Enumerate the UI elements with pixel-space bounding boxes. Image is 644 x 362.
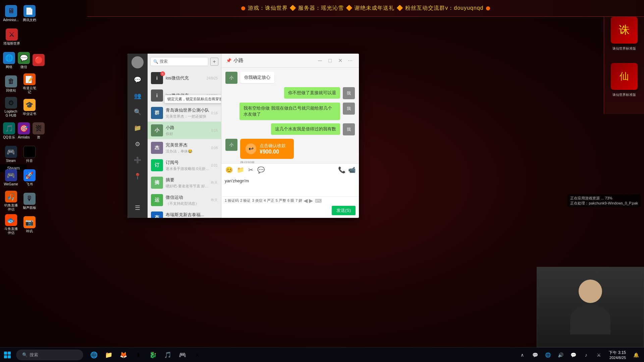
taskbar-tray: ∧ 💬 🌐 🔊 💬 ♪ ⚔ 下午 3:15 2024/8/25 🔔	[517, 350, 644, 360]
msg-content-2: 你不想做了直接就可以退	[284, 87, 340, 99]
contact-preview-sub: 迷水蚤手游攻略组:0元折扣...	[166, 166, 211, 171]
desktop-icon-meisheng[interactable]: 🎙 魅声面板	[20, 189, 39, 213]
wechat-search-input[interactable]: 🔍 搜索	[150, 57, 208, 66]
more-options-button[interactable]: ···	[346, 57, 354, 65]
desktop-icon-administ[interactable]: 🖥 Administ...	[2, 2, 20, 25]
contact-info-exercise: 微信运动 （不支持此型消息）	[166, 194, 211, 206]
tray-icon-up[interactable]: ∧	[517, 350, 528, 360]
taskbar-app-downloader[interactable]: ⬇	[131, 348, 145, 362]
tray-icon-sound[interactable]: 🔊	[555, 350, 566, 360]
wechat-nav-search[interactable]: 🔍	[130, 105, 145, 119]
desktop-icon-qqmusic[interactable]: 🎵 QQ音乐	[2, 119, 16, 142]
tray-time: 下午 3:15 2024/8/25	[606, 350, 629, 360]
ime-next[interactable]: ▶	[309, 197, 313, 204]
window-controls: ─ □ ✕ ···	[316, 57, 354, 65]
contact-item-group[interactable]: 群 青岛诛仙世界公测小队 完美世界杰：一把还挺快 0:16	[148, 104, 221, 122]
chat-header: 📌 小路 ─ □ ✕ ···	[221, 54, 359, 68]
ime-candidate-2[interactable]: 3 炎症	[252, 198, 262, 203]
taskbar-search[interactable]: 🔍 搜索	[16, 350, 83, 360]
desktop-icon-logitech[interactable]: ⚙ Logitech G HUB	[2, 96, 20, 119]
contact-item-jie[interactable]: 杰 完美世界杰 没办法，单休😂 0:08	[148, 139, 221, 157]
tray-icon-wechat[interactable]: 💬	[568, 350, 579, 360]
payment-card[interactable]: ↩ 点击确认收款 ¥900.00 微信转账	[240, 139, 294, 163]
wechat-nav-folder[interactable]: 📁	[130, 121, 145, 135]
ime-candidate-6[interactable]: 7 妍	[296, 198, 302, 203]
start-button[interactable]	[0, 348, 15, 362]
contact-item-exercise[interactable]: 运 微信运动 （不支持此型消息） 昨天	[148, 191, 221, 209]
taskbar-app-dragon[interactable]: 🐉	[146, 348, 160, 362]
tray-icon-chat[interactable]: 💬	[530, 350, 540, 360]
wechat-nav-settings[interactable]: ⚙	[130, 137, 145, 152]
desktop-icon-douyu2[interactable]: 🐟 斗鱼直播伴侣	[2, 213, 20, 236]
taskbar-app-fox[interactable]: 🦊	[117, 348, 130, 362]
tray-icon-network[interactable]: 🌐	[542, 350, 553, 360]
ime-candidate-0[interactable]: 1 验证码	[225, 198, 239, 203]
ime-keyboard-icon[interactable]: ⌨	[315, 198, 322, 203]
ime-candidate-1[interactable]: 2 验证	[240, 198, 251, 203]
desktop-icon-tencent-docs[interactable]: 📄 腾讯文档	[20, 2, 39, 25]
desktop-icon-network[interactable]: 🌐 网络	[2, 49, 16, 72]
contact-item-summary[interactable]: 摘 摘要 嗯好吧-要老老等节直 好好... 昨天	[148, 174, 221, 191]
taskbar-app-tiktok[interactable]: 🎵	[161, 348, 174, 362]
desktop-icon-recycle[interactable]: 🗑 回收站	[2, 72, 20, 96]
desktop-icon-douyin[interactable]: ♪ 抖音	[20, 142, 39, 166]
desktop-icon-kaji[interactable]: 📷 咔叽	[20, 213, 39, 236]
chat-messages: 小 你我确定放心 我 你不想做了直接就可以退 我 我有空给你做 我现在做自己号就…	[221, 68, 359, 163]
ime-candidate-3[interactable]: 4 严正	[264, 198, 274, 203]
send-button[interactable]: 发送(S)	[332, 206, 356, 215]
close-button[interactable]: ✕	[336, 57, 344, 65]
ime-candidate-5[interactable]: 6 眼	[287, 198, 294, 203]
contact-item-ios2[interactable]: i ios微信代充 24/8/23 锁定元素，锁定后鼠标点击将穿透其图层	[148, 87, 221, 104]
wechat-avatar[interactable]	[131, 56, 144, 68]
ime-prev[interactable]: ◀	[304, 197, 308, 204]
wechat-nav-plus[interactable]: ➕	[130, 153, 145, 168]
contact-item-xiaolu[interactable]: 小 小路 你好 0:15	[148, 122, 221, 139]
maximize-button[interactable]: □	[326, 57, 334, 65]
desktop-icon-douyu-fish[interactable]: 🎣 钓鱼直播伴侣	[2, 189, 20, 213]
desktop-icon-aimlabs[interactable]: 🎯 Aimlabs	[16, 119, 31, 142]
tray-icon-game[interactable]: ⚔	[593, 350, 604, 360]
taskbar-app-explorer[interactable]: 📁	[102, 348, 115, 362]
file-button[interactable]: 📁	[236, 166, 245, 174]
taskbar-app-browser[interactable]: 🌐	[87, 348, 101, 362]
game-icon-large-2[interactable]: 仙	[611, 63, 638, 90]
logitech-label: Logitech G HUB	[3, 110, 19, 118]
wechat-nav-bottom1[interactable]: ☰	[130, 200, 145, 215]
msg-avatar-3: 我	[343, 103, 355, 115]
game-icon-large[interactable]: 诛	[611, 17, 638, 44]
ime-candidate-4[interactable]: 5 严整	[276, 198, 286, 203]
desktop-icon-steam[interactable]: 🎮 Steam	[2, 142, 20, 166]
wechat-add-button[interactable]: +	[210, 58, 218, 66]
chat-input-text[interactable]: yan'zhegn'm	[225, 178, 356, 183]
taskbar-app-extra[interactable]: ⚔	[191, 348, 204, 362]
voice-call-icon[interactable]: 📞	[338, 166, 345, 174]
wechat-nav-contacts[interactable]: 👥	[130, 88, 145, 103]
wechat-nav-chat[interactable]: 💬	[130, 72, 145, 87]
tray-icon-douyin[interactable]: ♪	[581, 350, 591, 360]
desktop-icon-wechat[interactable]: 💬 微信	[16, 49, 31, 72]
desktop-icon-red[interactable]: 🔴	[31, 49, 46, 72]
qqmusic-icon: 🎵	[3, 122, 15, 134]
wechat-nav-location[interactable]: 📍	[130, 169, 145, 184]
contact-item-sub[interactable]: 订 订阅号 迷水蚤手游攻略组:0元折扣... 0:01	[148, 157, 221, 174]
desktop-icon-notes[interactable]: 📝 有道云笔记	[20, 72, 39, 96]
desktop-icon-game[interactable]: ⚔ 塔瑞斯世界	[2, 25, 22, 49]
scissors-button[interactable]: ✂	[248, 166, 254, 174]
desktop-icon-wegame[interactable]: 🎮 WeGame	[2, 166, 20, 189]
meisheng-label: 魅声面板	[23, 206, 36, 210]
call-icons: 📞 📹	[338, 166, 356, 174]
desktop-icon-cert[interactable]: 🎓 毕业证书	[20, 96, 39, 119]
chat-input-area[interactable]: yan'zhegn'm	[221, 176, 359, 196]
recycle-icon: 🗑	[5, 75, 17, 87]
contact-item-ios1[interactable]: i ios微信代充 24/8/25 6	[148, 69, 221, 87]
emoji-button[interactable]: 😊	[225, 166, 233, 174]
taskbar-app-live[interactable]: 🎮	[176, 348, 189, 362]
more-button[interactable]: 💬	[257, 166, 265, 174]
desktop-icon-zi[interactable]: 资 资	[31, 119, 46, 142]
notification-center[interactable]: 🔔	[631, 350, 641, 360]
desktop-icon-feishu[interactable]: 🚀 飞书	[20, 166, 39, 189]
video-call-icon[interactable]: 📹	[348, 166, 356, 174]
minimize-button[interactable]: ─	[316, 57, 324, 65]
contact-item-burei[interactable]: 布 布瑞斯克新吉泰福... 布瑞斯所：🔥🔥至室活动院...	[148, 209, 221, 218]
contact-name-jie: 完美世界杰	[166, 142, 211, 148]
